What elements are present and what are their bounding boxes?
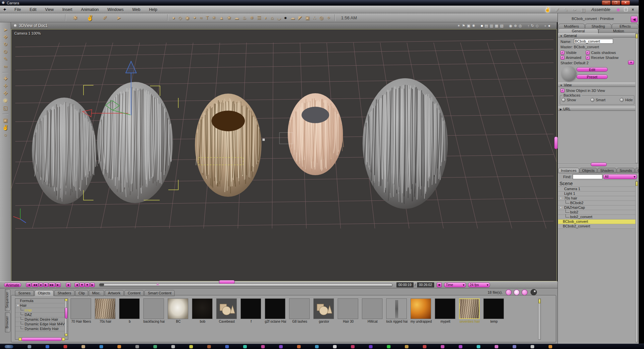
file-item-f[interactable]: f bbox=[241, 298, 262, 323]
insert-blob-icon[interactable]: ● bbox=[284, 15, 287, 20]
tab-effects[interactable]: Effects bbox=[612, 24, 638, 29]
file-item-g8-lashes[interactable]: G8 lashes bbox=[289, 298, 310, 323]
time-mode-dropdown[interactable]: Time▾ bbox=[444, 282, 466, 287]
view-medium-button[interactable] bbox=[514, 289, 520, 295]
layout-split-v-icon[interactable]: ▥ bbox=[490, 24, 493, 28]
close-button[interactable]: ✕ bbox=[621, 0, 630, 5]
shader-dropdown-button[interactable]: ▾ bbox=[628, 60, 634, 65]
insert-bones-icon[interactable]: ✦ bbox=[193, 15, 197, 20]
delete-key-button[interactable]: ✖ bbox=[85, 283, 90, 287]
taskbar-icon[interactable] bbox=[135, 345, 139, 348]
insert-scene-icon[interactable]: ⌂ bbox=[270, 15, 273, 20]
insert-spline-icon[interactable]: ≈ bbox=[200, 15, 202, 20]
global-illum-icon[interactable]: ✺ bbox=[472, 24, 475, 28]
minimize-button[interactable]: — bbox=[602, 0, 611, 5]
show-object-checkbox[interactable]: ✓Show Object in 3D View bbox=[561, 89, 605, 93]
shader-edit-button[interactable]: Edit bbox=[576, 67, 608, 72]
tab-shading[interactable]: Shading bbox=[585, 24, 612, 29]
view-globe-flat-icon[interactable]: ◎ bbox=[519, 24, 522, 28]
file-item-70-hair-fibers[interactable]: 70 Hair fibers bbox=[71, 298, 92, 323]
tree-row-bcbob2[interactable]: BCbob2 bbox=[558, 201, 636, 205]
instances-scrollbar[interactable] bbox=[635, 181, 638, 342]
expander-icon[interactable]: ▼ bbox=[17, 303, 19, 308]
fast-forward-button[interactable]: ▶▶ bbox=[49, 283, 55, 287]
insert-cloud-icon[interactable]: ☁ bbox=[234, 15, 239, 20]
menu-view[interactable]: View bbox=[41, 7, 58, 12]
taskbar-icon[interactable] bbox=[441, 345, 444, 348]
file-item-g2f-octane-hair[interactable]: g2f octane Hair. bbox=[265, 298, 286, 323]
hand-pan-tool-icon[interactable]: ✌ bbox=[2, 125, 9, 130]
tree-row-bob2[interactable]: bob2 bbox=[558, 210, 636, 215]
hook-wrench-tool-icon[interactable]: ✐ bbox=[102, 15, 107, 21]
taskbar-icon[interactable] bbox=[28, 345, 31, 348]
menu-edit[interactable]: Edit bbox=[25, 7, 41, 12]
shade-lit-icon[interactable]: ● bbox=[548, 24, 551, 28]
subtab-general[interactable]: General bbox=[558, 28, 598, 34]
file-item-temp[interactable]: temp bbox=[483, 298, 505, 323]
insert-bone-icon[interactable]: ✧ bbox=[327, 15, 331, 20]
taskbar-icon[interactable] bbox=[387, 345, 391, 348]
taskbar-icon[interactable] bbox=[513, 345, 516, 348]
timeline-splitter-handle[interactable] bbox=[219, 280, 235, 284]
pan-view-tool-icon[interactable]: ⊕ bbox=[3, 98, 8, 103]
view-globe-wire-icon[interactable]: ◉ bbox=[509, 24, 512, 28]
menu-file[interactable]: File bbox=[10, 7, 25, 12]
instances-tab-sounds[interactable]: Sounds bbox=[617, 168, 634, 173]
taskbar-icon[interactable] bbox=[279, 345, 283, 348]
maximize-button[interactable]: ❐ bbox=[611, 0, 620, 5]
animate-button[interactable]: Animate bbox=[4, 283, 21, 287]
loop-toggle-button[interactable]: ✖ bbox=[437, 282, 442, 287]
file-item-backfacing-hair[interactable]: backfacing hair bbox=[143, 298, 165, 323]
subtab-motion[interactable]: Motion bbox=[598, 28, 639, 34]
layout-split-h-icon[interactable]: ▤ bbox=[485, 24, 488, 28]
tree-row-bcbob2-convert[interactable]: BCbob2_convert bbox=[558, 224, 636, 229]
taskbar-icon[interactable] bbox=[315, 345, 319, 348]
sort-menu-button[interactable] bbox=[531, 289, 537, 295]
move-xy-tool-icon[interactable]: ✚ bbox=[3, 76, 8, 81]
layout-quad-icon[interactable]: ▦ bbox=[495, 24, 498, 28]
taskbar-icon[interactable] bbox=[99, 345, 103, 348]
taskbar-icon[interactable] bbox=[423, 345, 426, 348]
add-key-button[interactable]: ✚ bbox=[80, 283, 84, 287]
file-item-bob[interactable]: bob bbox=[192, 298, 213, 323]
view-globe-axis-icon[interactable]: ⊕ bbox=[514, 24, 517, 28]
insert-hair-icon[interactable]: ☰ bbox=[257, 15, 261, 20]
taskbar-icon[interactable] bbox=[243, 345, 247, 348]
insert-vertex-object-icon[interactable]: ◇ bbox=[178, 15, 182, 20]
browser-tree-scrollbar[interactable] bbox=[65, 298, 67, 336]
instances-tab-instances[interactable]: Instances bbox=[558, 168, 579, 173]
insert-particles-icon[interactable]: ✳ bbox=[212, 15, 216, 20]
panel-collapse-button[interactable]: ◀ bbox=[631, 16, 638, 22]
taskbar-icon[interactable] bbox=[333, 345, 337, 348]
insert-plant-icon[interactable]: ❀ bbox=[227, 15, 231, 20]
file-item-hwcat[interactable]: HWcat bbox=[362, 298, 383, 323]
eye-icon[interactable]: ◉ bbox=[616, 7, 620, 12]
tree-row-70s-hair[interactable]: ▼70s hair bbox=[558, 196, 636, 201]
taskbar-icon[interactable] bbox=[369, 345, 373, 348]
scrubber-marker[interactable] bbox=[156, 283, 159, 285]
taskbar-icon[interactable] bbox=[351, 345, 355, 348]
taskbar-icon[interactable] bbox=[261, 345, 265, 348]
room-corner-tool-icon[interactable]: ◱ bbox=[3, 105, 8, 111]
expander-icon[interactable]: ▼ bbox=[560, 205, 562, 210]
tree-row-dazhaircap[interactable]: ▼DAZHairCap bbox=[558, 205, 636, 210]
menu-web[interactable]: Web bbox=[128, 7, 144, 12]
browser-side-tab[interactable]: Browser bbox=[5, 312, 10, 332]
record-button[interactable]: ◉ bbox=[66, 283, 71, 287]
browser-tab-clip[interactable]: Clip bbox=[75, 290, 88, 296]
menu-windows[interactable]: Windows bbox=[103, 7, 128, 12]
zoom-tool-icon[interactable]: ○ bbox=[4, 132, 7, 138]
stop-button[interactable]: ■ bbox=[39, 283, 43, 287]
taskbar-icon[interactable] bbox=[297, 345, 301, 348]
browser-tab-scenes[interactable]: Scenes bbox=[15, 290, 34, 296]
insert-figure-icon[interactable]: ◐ bbox=[264, 15, 267, 20]
file-item-hair-30[interactable]: Hair 30 bbox=[338, 298, 359, 323]
preview-quality-icon[interactable]: ✶ bbox=[457, 24, 460, 28]
browser-tab-content[interactable]: Content bbox=[124, 290, 144, 296]
go-end-button[interactable]: ▶| bbox=[56, 283, 61, 287]
select-tool-icon[interactable]: ➤ bbox=[3, 27, 8, 32]
instances-tab-objects[interactable]: Objects bbox=[579, 168, 597, 173]
shade-texture-icon[interactable]: ● bbox=[552, 24, 554, 28]
move-xz-tool-icon[interactable]: ✛ bbox=[3, 83, 8, 89]
tab-modifiers[interactable]: Modifiers bbox=[558, 24, 585, 29]
